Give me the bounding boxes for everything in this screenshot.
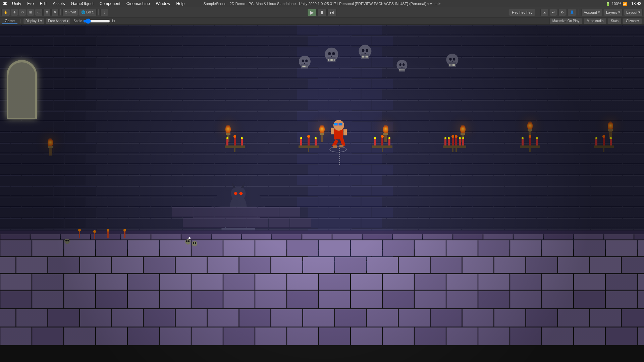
scale-label: Scale [73, 19, 82, 23]
scale-slider[interactable] [83, 19, 110, 23]
move-tool[interactable]: ✛ [11, 9, 18, 16]
chevron-down-icon-5: ▾ [67, 19, 68, 23]
wifi-icon: 📶 [623, 2, 627, 6]
menu-help[interactable]: Help [174, 1, 187, 7]
menu-cinemachine[interactable]: Cinemachine [124, 1, 153, 7]
game-sep-1 [20, 19, 20, 23]
rect-tool[interactable]: ▭ [35, 9, 43, 16]
game-toolbar-right: Maximize On Play Mute Audio Stats Gizmos… [549, 18, 642, 24]
local-icon: 🌐 [81, 10, 85, 14]
maximize-btn[interactable]: Maximize On Play [549, 18, 583, 24]
battery-percent: 100% [612, 2, 621, 6]
cloud-btn[interactable]: ☁ [540, 9, 548, 16]
pivot-icon: ⊙ [65, 10, 67, 14]
game-canvas [0, 25, 644, 362]
clock: 18:43 [631, 1, 641, 6]
snap-btn[interactable]: ⋮ [100, 9, 108, 16]
menu-component[interactable]: Component [97, 1, 123, 7]
menu-window[interactable]: Window [153, 1, 173, 7]
chevron-down-icon: ▾ [598, 10, 600, 14]
mute-btn[interactable]: Mute Audio [584, 18, 606, 24]
game-viewport [0, 25, 644, 362]
aspect-dropdown[interactable]: Free Aspect ▾ [46, 18, 71, 24]
apple-menu[interactable]: ⌘ [3, 1, 7, 6]
play-button[interactable]: ▶ [307, 9, 317, 16]
layout-dropdown[interactable]: Layout ▾ [624, 9, 643, 16]
pivot-btn[interactable]: ⊙ Pivot [62, 9, 78, 16]
sep-4 [579, 9, 579, 15]
collab-button[interactable]: Hey hey hey [509, 9, 535, 16]
menu-gameobject[interactable]: GameObject [68, 1, 96, 7]
undo-btn[interactable]: ↩ [550, 9, 557, 16]
chevron-down-icon-4: ▾ [40, 19, 42, 23]
sep-3 [538, 9, 538, 15]
window-title: SampleScene - 2D Demo - PC, Mac & Linux … [203, 2, 440, 6]
macos-menubar: ⌘ Unity File Edit Assets GameObject Comp… [0, 0, 644, 7]
stats-btn[interactable]: Stats [608, 18, 622, 24]
menubar-right: 🔋 100% 📶 18:43 [606, 1, 641, 6]
menu-file[interactable]: File [24, 1, 36, 7]
toolbar-right: Hey hey hey ☁ ↩ ⚙ 👤 Account ▾ Layers ▾ L… [509, 9, 643, 16]
sep-1 [60, 9, 61, 15]
pause-button[interactable]: ⏸ [317, 9, 327, 16]
scale-tool[interactable]: ⊞ [27, 9, 34, 16]
hand-tool[interactable]: ✋ [1, 9, 10, 16]
sep-2 [98, 9, 99, 15]
local-btn[interactable]: 🌐 Local [79, 9, 97, 16]
rotate-tool[interactable]: ↻ [19, 9, 26, 16]
user-btn[interactable]: 👤 [568, 9, 576, 16]
chevron-down-icon-2: ▾ [618, 10, 620, 14]
transform-tool[interactable]: ⊕ [43, 9, 51, 16]
menu-assets[interactable]: Assets [50, 1, 67, 7]
display-dropdown[interactable]: Display 1 ▾ [23, 18, 44, 24]
gizmos-btn[interactable]: Gizmos ▾ [623, 18, 642, 24]
layers-dropdown[interactable]: Layers ▾ [604, 9, 623, 16]
settings-btn[interactable]: ⚙ [558, 9, 566, 16]
chevron-down-icon-3: ▾ [638, 10, 640, 14]
menu-edit[interactable]: Edit [37, 1, 50, 7]
game-tab[interactable]: Game [2, 18, 17, 24]
collab-label: Hey hey hey [512, 10, 532, 14]
play-controls: ▶ ⏸ ⏭ [307, 9, 337, 16]
scale-value: 1x [111, 19, 115, 23]
step-button[interactable]: ⏭ [327, 9, 337, 16]
chevron-down-icon-6: ▾ [637, 19, 639, 23]
custom-tool[interactable]: ✕ [51, 9, 59, 16]
account-dropdown[interactable]: Account ▾ [581, 9, 602, 16]
menu-unity[interactable]: Unity [9, 1, 24, 7]
battery-icon: 🔋 [606, 2, 610, 6]
unity-toolbar: ✋ ✛ ↻ ⊞ ▭ ⊕ ✕ ⊙ Pivot 🌐 Local ⋮ ▶ ⏸ ⏭ He… [0, 7, 644, 17]
game-view-toolbar: Game Display 1 ▾ Free Aspect ▾ Scale 1x … [0, 17, 644, 25]
